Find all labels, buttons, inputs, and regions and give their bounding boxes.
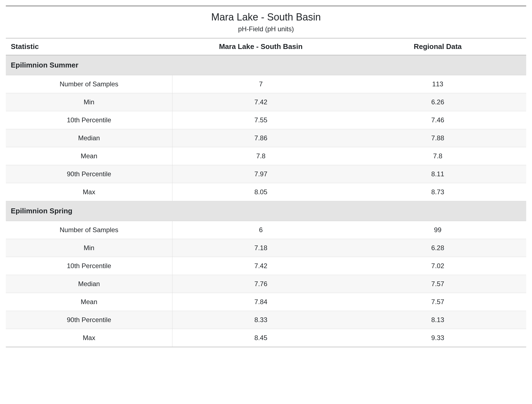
cell-regional: 7.88 [349, 129, 526, 147]
cell-stat: Mean [6, 293, 172, 311]
cell-stat: Number of Samples [6, 75, 172, 93]
cell-site: 6 [172, 221, 349, 239]
cell-site: 8.45 [172, 329, 349, 347]
table-row: Median 7.86 7.88 [6, 129, 526, 147]
table-row: Median 7.76 7.57 [6, 275, 526, 293]
cell-stat: 90th Percentile [6, 311, 172, 329]
cell-regional: 7.46 [349, 111, 526, 129]
cell-site: 7.55 [172, 111, 349, 129]
cell-site: 7.42 [172, 93, 349, 111]
table-row: 10th Percentile 7.42 7.02 [6, 257, 526, 275]
table-row: Mean 7.84 7.57 [6, 293, 526, 311]
cell-regional: 7.8 [349, 147, 526, 165]
cell-stat: Min [6, 239, 172, 257]
cell-site: 7.8 [172, 147, 349, 165]
top-rule [6, 6, 526, 6]
cell-regional: 6.26 [349, 93, 526, 111]
cell-site: 7.86 [172, 129, 349, 147]
cell-site: 7.84 [172, 293, 349, 311]
cell-site: 7.76 [172, 275, 349, 293]
report-container: Mara Lake - South Basin pH-Field (pH uni… [6, 6, 526, 347]
cell-regional: 99 [349, 221, 526, 239]
table-row: Max 8.45 9.33 [6, 329, 526, 347]
cell-stat: 90th Percentile [6, 165, 172, 183]
table-body: Epilimnion Summer Number of Samples 7 11… [6, 55, 526, 347]
cell-stat: Max [6, 183, 172, 201]
section-header-label: Epilimnion Spring [6, 201, 526, 221]
table-header-row: Statistic Mara Lake - South Basin Region… [6, 38, 526, 55]
report-title: Mara Lake - South Basin [6, 11, 526, 23]
column-header-site: Mara Lake - South Basin [172, 38, 349, 55]
cell-site: 7.97 [172, 165, 349, 183]
table-row: Min 7.18 6.28 [6, 239, 526, 257]
table-row: 10th Percentile 7.55 7.46 [6, 111, 526, 129]
cell-regional: 8.73 [349, 183, 526, 201]
table-row: Min 7.42 6.26 [6, 93, 526, 111]
title-block: Mara Lake - South Basin pH-Field (pH uni… [6, 9, 526, 38]
cell-stat: Number of Samples [6, 221, 172, 239]
cell-site: 7.18 [172, 239, 349, 257]
cell-regional: 8.13 [349, 311, 526, 329]
column-header-statistic: Statistic [6, 38, 172, 55]
cell-regional: 9.33 [349, 329, 526, 347]
statistics-table: Statistic Mara Lake - South Basin Region… [6, 38, 526, 347]
cell-regional: 7.02 [349, 257, 526, 275]
table-row: Max 8.05 8.73 [6, 183, 526, 201]
cell-regional: 6.28 [349, 239, 526, 257]
cell-stat: Median [6, 129, 172, 147]
cell-site: 8.33 [172, 311, 349, 329]
section-header-row: Epilimnion Spring [6, 201, 526, 221]
table-row: 90th Percentile 7.97 8.11 [6, 165, 526, 183]
cell-stat: Mean [6, 147, 172, 165]
report-subtitle: pH-Field (pH units) [6, 25, 526, 33]
cell-regional: 113 [349, 75, 526, 93]
cell-stat: Min [6, 93, 172, 111]
table-row: Mean 7.8 7.8 [6, 147, 526, 165]
table-row: 90th Percentile 8.33 8.13 [6, 311, 526, 329]
table-row: Number of Samples 6 99 [6, 221, 526, 239]
cell-regional: 8.11 [349, 165, 526, 183]
cell-stat: 10th Percentile [6, 257, 172, 275]
section-header-row: Epilimnion Summer [6, 55, 526, 75]
cell-site: 7 [172, 75, 349, 93]
section-header-label: Epilimnion Summer [6, 55, 526, 75]
cell-regional: 7.57 [349, 293, 526, 311]
cell-stat: Median [6, 275, 172, 293]
cell-site: 7.42 [172, 257, 349, 275]
cell-regional: 7.57 [349, 275, 526, 293]
cell-site: 8.05 [172, 183, 349, 201]
cell-stat: Max [6, 329, 172, 347]
table-row: Number of Samples 7 113 [6, 75, 526, 93]
column-header-regional: Regional Data [349, 38, 526, 55]
cell-stat: 10th Percentile [6, 111, 172, 129]
